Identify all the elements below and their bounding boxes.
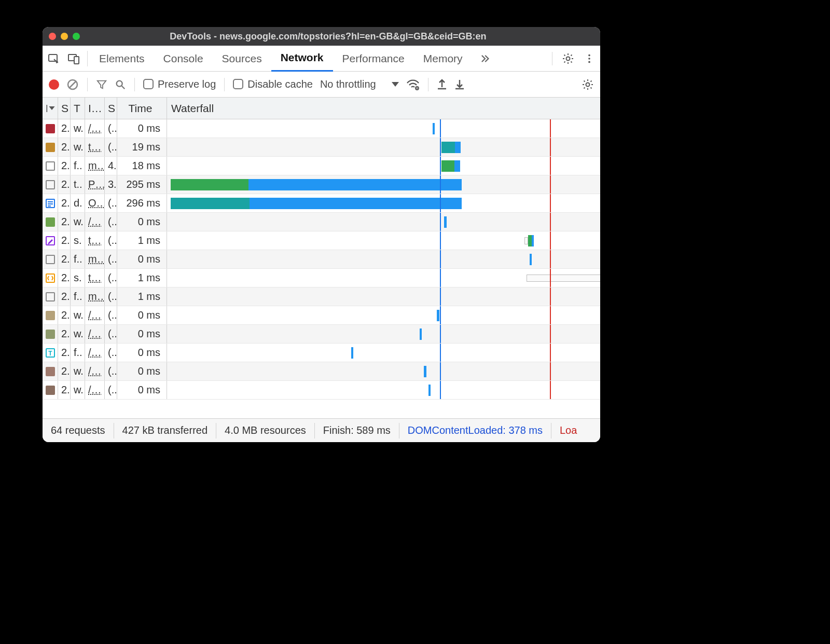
tab-sources[interactable]: Sources xyxy=(213,46,271,72)
cell-initiator[interactable]: /… xyxy=(85,213,105,231)
settings-gear-icon[interactable] xyxy=(562,52,574,65)
waterfall-segment xyxy=(524,237,528,244)
col-time[interactable]: Time xyxy=(117,98,167,119)
load-marker-line xyxy=(550,269,551,287)
cell-initiator[interactable]: /… xyxy=(85,119,105,138)
search-icon[interactable] xyxy=(115,79,126,90)
network-conditions-icon[interactable] xyxy=(406,79,420,90)
table-row[interactable]: 2.w./…(..0 ms xyxy=(43,306,600,325)
waterfall-segment xyxy=(433,123,435,134)
disable-cache-checkbox[interactable]: Disable cache xyxy=(233,78,313,90)
cell-initiator[interactable]: t… xyxy=(85,231,105,250)
tab-elements[interactable]: Elements xyxy=(90,46,154,72)
inspect-element-icon[interactable] xyxy=(48,52,60,65)
tab-network[interactable]: Network xyxy=(271,46,333,72)
throttling-select[interactable]: No throttling xyxy=(320,78,399,90)
devtools-window: DevTools - news.google.com/topstories?hl… xyxy=(43,27,600,442)
svg-line-8 xyxy=(70,81,76,88)
table-row[interactable]: 2.t..P…3.295 ms xyxy=(43,175,600,194)
clear-button[interactable] xyxy=(66,78,79,91)
minimize-button[interactable] xyxy=(61,33,68,40)
more-tabs-icon[interactable] xyxy=(474,53,496,64)
cell-type: w. xyxy=(71,306,85,324)
cell-time: 1 ms xyxy=(117,287,167,306)
table-row[interactable]: 2.w./…(..0 ms xyxy=(43,213,600,231)
table-row[interactable]: 2.w.t…(..19 ms xyxy=(43,138,600,157)
cell-initiator[interactable]: m… xyxy=(85,157,105,175)
record-button[interactable] xyxy=(49,79,59,90)
svg-point-9 xyxy=(117,80,122,86)
col-name[interactable]: N xyxy=(43,98,58,119)
col-initiator[interactable]: I… xyxy=(85,98,105,119)
waterfall-segment xyxy=(528,235,532,246)
table-row[interactable]: 2.f..m…4.18 ms xyxy=(43,157,600,175)
cell-type: w. xyxy=(71,138,85,156)
tab-memory[interactable]: Memory xyxy=(414,46,472,72)
cell-initiator[interactable]: /… xyxy=(85,381,105,399)
table-row[interactable]: 2.w./…(..0 ms xyxy=(43,362,600,381)
cell-initiator[interactable]: m… xyxy=(85,250,105,268)
cell-size: (.. xyxy=(105,119,117,138)
cell-status: 2. xyxy=(58,119,71,138)
cell-name xyxy=(43,269,58,287)
import-har-icon[interactable] xyxy=(437,79,447,90)
cell-time: 295 ms xyxy=(117,175,167,194)
cell-status: 2. xyxy=(58,175,71,194)
load-marker-line xyxy=(550,119,551,138)
table-row[interactable]: 2.f..m…(..1 ms xyxy=(43,287,600,306)
cell-waterfall xyxy=(167,194,600,212)
cell-initiator[interactable]: /… xyxy=(85,344,105,362)
table-row[interactable]: 2.d.O…(..296 ms xyxy=(43,194,600,213)
waterfall-segment xyxy=(351,347,353,359)
table-row[interactable]: T2.f../…(..0 ms xyxy=(43,344,600,362)
waterfall-segment xyxy=(248,179,462,190)
document-icon xyxy=(46,161,55,171)
cell-initiator[interactable]: t… xyxy=(85,269,105,287)
cell-initiator[interactable]: /… xyxy=(85,362,105,380)
kebab-menu-icon[interactable] xyxy=(584,53,595,64)
cell-initiator[interactable]: t… xyxy=(85,138,105,156)
document-icon xyxy=(46,180,55,189)
filter-icon[interactable] xyxy=(96,79,107,90)
cell-waterfall xyxy=(167,344,600,362)
cell-status: 2. xyxy=(58,213,71,231)
tab-performance[interactable]: Performance xyxy=(333,46,414,72)
table-row[interactable]: 2.s.t…(..1 ms xyxy=(43,269,600,287)
cell-time: 0 ms xyxy=(117,362,167,380)
cell-initiator[interactable]: m… xyxy=(85,287,105,306)
preserve-log-label: Preserve log xyxy=(158,78,216,90)
network-table-body[interactable]: 2.w./…(..0 ms2.w.t…(..19 ms2.f..m…4.18 m… xyxy=(43,119,600,418)
col-waterfall[interactable]: Waterfall xyxy=(167,98,600,119)
cell-name: T xyxy=(43,344,58,362)
device-toggle-icon[interactable] xyxy=(67,52,80,65)
table-row[interactable]: 2.w./…(..0 ms xyxy=(43,325,600,344)
table-row[interactable]: 2.s.t…(..1 ms xyxy=(43,231,600,250)
cell-time: 0 ms xyxy=(117,325,167,343)
waterfall-segment xyxy=(454,160,460,172)
fullscreen-button[interactable] xyxy=(73,33,80,40)
table-row[interactable]: 2.w./…(..0 ms xyxy=(43,119,600,138)
window-title: DevTools - news.google.com/topstories?hl… xyxy=(85,31,594,42)
cell-initiator[interactable]: /… xyxy=(85,306,105,324)
sort-desc-icon xyxy=(49,106,54,110)
status-transferred: 427 kB transferred xyxy=(114,423,217,439)
col-type[interactable]: T xyxy=(71,98,85,119)
cell-type: f.. xyxy=(71,287,85,306)
preserve-log-checkbox[interactable]: Preserve log xyxy=(143,78,216,90)
col-status[interactable]: S xyxy=(58,98,71,119)
table-row[interactable]: 2.f..m…(..0 ms xyxy=(43,250,600,269)
load-marker-line xyxy=(550,213,551,231)
cell-size: 4. xyxy=(105,157,117,175)
export-har-icon[interactable] xyxy=(454,79,465,90)
cell-initiator[interactable]: P… xyxy=(85,175,105,194)
network-settings-gear-icon[interactable] xyxy=(582,78,594,91)
close-button[interactable] xyxy=(49,33,56,40)
cell-initiator[interactable]: O… xyxy=(85,194,105,212)
traffic-lights xyxy=(49,33,80,40)
load-marker-line xyxy=(550,381,551,399)
load-marker-line xyxy=(550,287,551,306)
cell-initiator[interactable]: /… xyxy=(85,325,105,343)
col-size[interactable]: S xyxy=(105,98,117,119)
tab-console[interactable]: Console xyxy=(154,46,213,72)
table-row[interactable]: 2.w./…(..0 ms xyxy=(43,381,600,400)
